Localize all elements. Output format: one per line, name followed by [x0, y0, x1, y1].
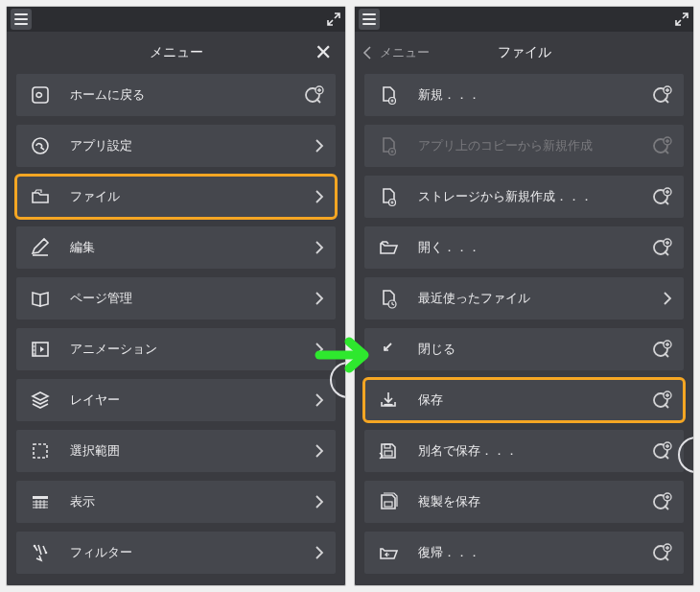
- menu-item-home[interactable]: ホームに戻る: [16, 74, 336, 116]
- menu-item-view[interactable]: 表示: [16, 481, 336, 523]
- menu-item-new-from-storage[interactable]: ストレージから新規作成．．．: [364, 176, 684, 218]
- chevron-right-icon: [315, 444, 324, 458]
- save-icon: [376, 388, 401, 413]
- hamburger-icon[interactable]: [359, 9, 380, 30]
- newcopy-icon: [376, 133, 401, 158]
- menu-item-label: アプリ設定: [70, 137, 315, 154]
- menu-item-recent-files[interactable]: 最近使ったファイル: [364, 277, 684, 320]
- add-to-toolbar-icon: [651, 491, 672, 512]
- chevron-right-icon: [663, 292, 672, 305]
- back-label: メニュー: [380, 44, 430, 61]
- menu-item-save[interactable]: 保存: [364, 379, 684, 421]
- transition-arrow-icon: [315, 336, 372, 374]
- menu-item-label: ホームに戻る: [70, 86, 303, 104]
- menu-item-label: 開く．．．: [418, 239, 651, 256]
- menu-item-label: 別名で保存．．．: [418, 442, 651, 460]
- menu-header-right: メニュー ファイル: [355, 32, 693, 74]
- svg-point-23: [384, 404, 393, 406]
- revert-icon: [376, 540, 401, 565]
- menu-item-label: レイヤー: [70, 391, 315, 409]
- menu-item-label: 復帰．．．: [418, 544, 651, 561]
- menu-item-save-duplicate[interactable]: 複製を保存: [364, 481, 684, 523]
- chevron-right-icon: [315, 292, 324, 305]
- home-icon: [28, 83, 53, 107]
- menu-item-label: ページ管理: [70, 290, 315, 307]
- menu-item-label: 最近使ったファイル: [418, 290, 663, 307]
- chevron-right-icon: [315, 546, 324, 559]
- menu-header-left: メニュー ✕: [7, 32, 345, 74]
- menu-item-edit[interactable]: 編集: [16, 226, 336, 269]
- close-icon[interactable]: ✕: [315, 40, 332, 65]
- add-to-toolbar-icon: [651, 237, 672, 258]
- menu-item-label: 編集: [70, 239, 315, 256]
- menu-item-selection[interactable]: 選択範囲: [16, 430, 336, 472]
- menu-item-label: フィルター: [70, 544, 315, 561]
- menu-item-label: 保存: [418, 391, 651, 409]
- menu-item-label: 新規．．．: [418, 86, 651, 104]
- menu-item-layer[interactable]: レイヤー: [16, 379, 336, 421]
- menu-item-app-settings[interactable]: アプリ設定: [16, 125, 336, 167]
- chevron-right-icon: [315, 495, 324, 509]
- topbar-right: [355, 7, 693, 32]
- add-to-toolbar-icon: [651, 339, 672, 360]
- menu-item-label: 選択範囲: [70, 442, 315, 460]
- menu-item-file[interactable]: ファイル: [16, 176, 336, 218]
- close-icon: [376, 337, 401, 362]
- file-icon: [28, 184, 53, 209]
- menu-item-label: 閉じる: [418, 341, 651, 358]
- anim-icon: [28, 337, 53, 362]
- menu-list-right: 新規．．．アプリ上のコピーから新規作成ストレージから新規作成．．．開く．．．最近…: [355, 74, 693, 585]
- svg-rect-5: [34, 444, 47, 458]
- menu-item-page-management[interactable]: ページ管理: [16, 277, 336, 320]
- newfile-icon: [376, 83, 401, 107]
- menu-item-label: 表示: [70, 493, 315, 510]
- menu-item-animation[interactable]: アニメーション: [16, 328, 336, 370]
- add-to-toolbar-icon: [651, 135, 672, 156]
- add-to-toolbar-icon: [303, 84, 324, 106]
- chevron-right-icon: [315, 139, 324, 153]
- menu-item-label: アニメーション: [70, 341, 315, 358]
- svg-rect-0: [33, 87, 48, 103]
- add-to-toolbar-icon: [651, 84, 672, 106]
- topbar-left: [7, 7, 345, 32]
- chevron-right-icon: [315, 190, 324, 203]
- layer-icon: [28, 388, 53, 413]
- menu-item-filter[interactable]: フィルター: [16, 532, 336, 574]
- svg-rect-6: [33, 496, 48, 499]
- menu-item-label: ストレージから新規作成．．．: [418, 188, 651, 205]
- select-icon: [28, 438, 53, 463]
- add-to-toolbar-icon: [651, 440, 672, 462]
- menu-title: メニュー: [18, 44, 334, 61]
- recent-icon: [376, 286, 401, 311]
- menu-panel-right: メニュー ファイル 新規．．．アプリ上のコピーから新規作成ストレージから新規作成…: [354, 6, 694, 586]
- newstorage-icon: [376, 184, 401, 209]
- svg-rect-30: [385, 502, 392, 507]
- chevron-right-icon: [315, 393, 324, 407]
- back-button[interactable]: メニュー: [362, 44, 430, 61]
- svg-point-3: [33, 138, 48, 154]
- add-to-toolbar-icon: [651, 390, 672, 411]
- expand-icon[interactable]: [674, 12, 689, 27]
- menu-item-open[interactable]: 開く．．．: [364, 226, 684, 269]
- svg-rect-27: [385, 451, 392, 456]
- hamburger-icon[interactable]: [11, 9, 32, 30]
- savedup-icon: [376, 489, 401, 514]
- menu-item-save-as[interactable]: 別名で保存．．．: [364, 430, 684, 472]
- edit-icon: [28, 235, 53, 260]
- add-to-toolbar-icon: [651, 542, 672, 563]
- menu-item-close[interactable]: 閉じる: [364, 328, 684, 370]
- menu-item-label: ファイル: [70, 188, 315, 205]
- view-icon: [28, 489, 53, 514]
- expand-icon[interactable]: [326, 12, 341, 27]
- svg-point-7: [34, 545, 36, 548]
- menu-item-new-from-copy: アプリ上のコピーから新規作成: [364, 125, 684, 167]
- saveas-icon: [376, 438, 401, 463]
- menu-item-revert[interactable]: 復帰．．．: [364, 532, 684, 574]
- menu-item-new[interactable]: 新規．．．: [364, 74, 684, 116]
- filter-icon: [28, 540, 53, 565]
- menu-list-left: ホームに戻るアプリ設定ファイル編集ページ管理アニメーションレイヤー選択範囲表示フ…: [7, 74, 345, 585]
- settings-icon: [28, 133, 53, 158]
- open-icon: [376, 235, 401, 260]
- add-to-toolbar-icon: [651, 186, 672, 207]
- menu-item-label: 複製を保存: [418, 493, 651, 510]
